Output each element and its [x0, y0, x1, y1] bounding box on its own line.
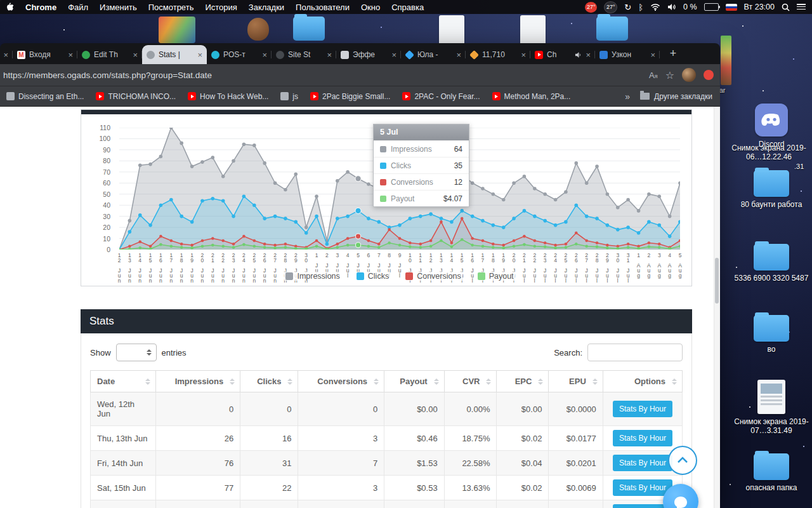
page-scrollbar[interactable] [714, 107, 720, 508]
browser-tab[interactable]: Узкон× [595, 45, 660, 64]
desktop-icon-partial-folder[interactable] [293, 17, 325, 41]
bookmark-item[interactable]: TRICHOMA INCO... [96, 92, 176, 101]
browser-tab[interactable]: Ch× [530, 45, 595, 64]
bookmark-item[interactable]: Dissecting an Eth... [6, 92, 84, 101]
bookmark-item[interactable]: 2Pac Biggie Small... [310, 92, 390, 101]
translate-icon[interactable]: Aя [649, 70, 658, 80]
spotlight-search-icon[interactable] [782, 3, 790, 11]
profile-avatar[interactable] [682, 68, 696, 82]
scrollbar-thumb[interactable] [715, 258, 719, 304]
tab-close-icon[interactable]: × [456, 50, 461, 60]
stats-by-hour-button[interactable]: Stats By Hour [613, 455, 672, 471]
menu-item-7[interactable]: Окно [361, 3, 380, 12]
browser-tab[interactable]: Эффе× [336, 45, 401, 64]
input-language-flag-ru[interactable] [726, 4, 737, 11]
sort-icon[interactable] [672, 378, 677, 385]
desktop-icon-partial-photo[interactable] [159, 17, 195, 43]
bookmark-item[interactable]: How To Hack Web... [188, 92, 268, 101]
bookmark-item[interactable]: Method Man, 2Pa... [492, 92, 571, 101]
browser-tab[interactable]: Edit Th× [77, 45, 142, 64]
search-input[interactable] [587, 344, 683, 361]
column-header-cvr[interactable]: CVR [444, 371, 497, 392]
desktop-icon-doc[interactable]: Снимок экрана 2019-07…3.31.49 [732, 380, 811, 435]
desktop-icon-partial-jar[interactable] [247, 18, 269, 41]
column-header-clicks[interactable]: Clicks [240, 371, 298, 392]
tab-close-icon[interactable]: × [3, 50, 8, 60]
browser-tab[interactable]: × [0, 45, 13, 64]
browser-tab[interactable]: 11,710× [466, 45, 530, 64]
notification-center-icon[interactable] [797, 4, 806, 10]
stats-by-hour-button[interactable]: Stats By Hour [613, 430, 672, 446]
menu-item-6[interactable]: Пользователи [296, 3, 350, 12]
tab-close-icon[interactable]: × [327, 50, 332, 60]
browser-tab[interactable]: POS-т× [207, 45, 272, 64]
sort-icon[interactable] [287, 378, 292, 385]
desktop-icon-partial-doc[interactable] [520, 15, 546, 46]
sort-icon[interactable] [538, 378, 543, 385]
bookmarks-overflow-chevron[interactable]: » [625, 91, 630, 102]
bookmark-star-icon[interactable]: ☆ [665, 69, 674, 81]
column-header-impressions[interactable]: Impressions [155, 371, 240, 392]
desktop-icon-folder[interactable]: 5336 6900 3320 5487 [732, 244, 811, 283]
browser-update-badge-icon[interactable] [704, 70, 714, 80]
menu-item-4[interactable]: История [205, 3, 237, 12]
apple-menu-icon[interactable] [6, 3, 14, 11]
sort-icon[interactable] [486, 378, 491, 385]
stats-by-hour-button[interactable]: Stats By Hour [613, 401, 672, 417]
tab-close-icon[interactable]: × [521, 50, 526, 60]
desktop-icon-partial-folder[interactable] [596, 17, 628, 41]
column-header-payout[interactable]: Payout [384, 371, 445, 392]
other-bookmarks-folder[interactable]: Другие закладки [640, 92, 712, 101]
column-header-options[interactable]: Options [603, 371, 682, 392]
browser-tab[interactable]: Юла -× [401, 45, 466, 64]
browser-tab[interactable]: Site St× [272, 45, 336, 64]
volume-icon[interactable] [667, 3, 676, 11]
address-bar[interactable]: https://members.ogads.com/stats.php?grou… [3, 70, 649, 80]
tab-close-icon[interactable]: × [68, 50, 73, 60]
tab-close-icon[interactable]: × [133, 50, 138, 60]
tab-close-icon[interactable]: × [197, 50, 202, 60]
time-machine-icon[interactable]: ↻ [624, 3, 631, 12]
legend-item[interactable]: Payout [476, 272, 515, 281]
column-header-epu[interactable]: EPU [549, 371, 603, 392]
tab-close-icon[interactable]: × [391, 50, 396, 60]
menu-item-0[interactable]: Chrome [25, 3, 56, 12]
browser-tab[interactable]: Stats |× [142, 45, 207, 64]
tab-close-icon[interactable]: × [586, 50, 591, 60]
menu-item-1[interactable]: Файл [68, 3, 88, 12]
entries-select[interactable] [116, 344, 157, 361]
battery-icon[interactable] [704, 3, 719, 11]
sort-icon[interactable] [593, 378, 598, 385]
menu-item-2[interactable]: Изменить [100, 3, 137, 12]
bluetooth-icon[interactable]: ᛒ [638, 3, 643, 12]
weather-temp-badge[interactable]: 27° [585, 2, 597, 13]
tab-close-icon[interactable]: × [262, 50, 267, 60]
menu-item-5[interactable]: Закладки [249, 3, 284, 12]
bookmark-item[interactable]: js [280, 92, 298, 101]
desktop-icon-hidden[interactable]: Снимок экрана 2019-06…12.22.46 [730, 144, 808, 161]
legend-item[interactable]: Conversions [404, 272, 462, 281]
legend-item[interactable]: Clicks [355, 272, 390, 281]
desktop-icon-folder[interactable]: опасная папка [732, 453, 811, 492]
scroll-to-top-button[interactable] [668, 446, 697, 475]
column-header-date[interactable]: Date [91, 371, 156, 392]
menu-bar-clock[interactable]: Вт 23:00 [744, 3, 775, 11]
tab-close-icon[interactable]: × [650, 50, 655, 60]
sort-icon[interactable] [374, 378, 379, 385]
menu-item-8[interactable]: Справка [391, 3, 424, 12]
browser-tab[interactable]: MВходя× [13, 45, 77, 64]
desktop-icon-discord[interactable]: Discord [732, 104, 811, 149]
new-tab-button[interactable]: + [665, 46, 681, 62]
column-header-conversions[interactable]: Conversions [298, 371, 384, 392]
bookmark-item[interactable]: 2PAC - Only Fear... [402, 92, 480, 101]
menu-item-3[interactable]: Посмотреть [148, 3, 194, 12]
legend-item[interactable]: Impressions [284, 272, 341, 281]
wifi-icon[interactable] [650, 3, 660, 11]
desktop-icon-partial-doc[interactable] [439, 15, 464, 46]
desktop-icon-folder[interactable]: 80 баунти работа [732, 170, 811, 209]
sort-icon[interactable] [434, 378, 439, 385]
stats-by-hour-button[interactable]: Stats By Hour [613, 479, 672, 496]
desktop-icon-partial-strip[interactable] [721, 36, 731, 85]
desktop-icon-folder[interactable]: во [732, 315, 811, 354]
temp-badge[interactable]: 27° [604, 1, 617, 13]
